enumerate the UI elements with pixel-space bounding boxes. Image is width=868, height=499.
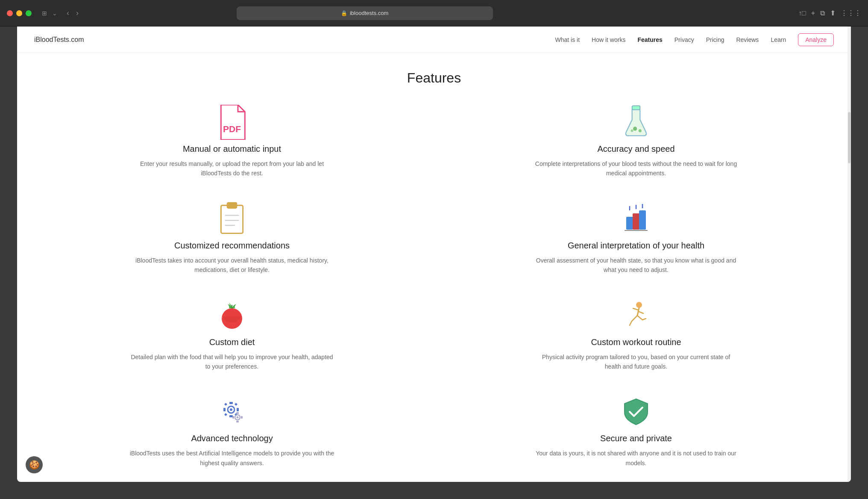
feature-customized-recommendations-desc: iBloodTests takes into account your over… <box>129 256 334 275</box>
svg-rect-35 <box>224 413 227 416</box>
svg-text:PDF: PDF <box>223 124 241 134</box>
feature-general-interpretation-title: General interpretation of your health <box>534 241 739 251</box>
svg-line-22 <box>638 311 643 313</box>
nav-how-it-works[interactable]: How it works <box>592 36 625 43</box>
feature-custom-diet: Custom diet Detailed plan with the food … <box>129 301 334 372</box>
feature-custom-workout-desc: Physical activity program tailored to yo… <box>534 352 739 372</box>
traffic-lights <box>7 10 32 16</box>
minimize-button[interactable] <box>16 10 22 16</box>
svg-point-19 <box>636 302 642 308</box>
svg-point-4 <box>631 130 633 132</box>
feature-general-interpretation-desc: Overall assessment of your health state,… <box>534 256 739 275</box>
main-content: Features PDF Manual or automatic input E… <box>17 53 851 482</box>
svg-line-25 <box>637 316 642 320</box>
nav-arrows: ‹ › <box>64 8 81 18</box>
grid-icon[interactable]: ⋮⋮⋮ <box>841 9 861 17</box>
feature-custom-workout-title: Custom workout routine <box>534 337 739 347</box>
nav-reviews[interactable]: Reviews <box>736 36 759 43</box>
lock-icon: 🔒 <box>341 10 347 16</box>
nav-learn[interactable]: Learn <box>771 36 786 43</box>
back-button[interactable]: ‹ <box>64 8 72 18</box>
shield-icon <box>621 397 651 427</box>
feature-general-interpretation: General interpretation of your health Ov… <box>534 204 739 275</box>
feature-manual-input-title: Manual or automatic input <box>129 144 334 154</box>
feature-accuracy-speed-desc: Complete interpretations of your blood t… <box>534 159 739 178</box>
pdf-icon: PDF <box>217 107 247 137</box>
chevron-down-icon[interactable]: ⌄ <box>50 8 59 18</box>
svg-rect-13 <box>626 217 633 230</box>
svg-point-2 <box>633 127 637 130</box>
svg-rect-29 <box>229 402 233 404</box>
site-logo: iBloodTests.com <box>34 36 84 44</box>
tab-switcher-icon[interactable]: ⊞ <box>40 8 49 18</box>
address-bar[interactable]: 🔒 ibloodtests.com <box>237 6 493 20</box>
svg-rect-32 <box>237 408 239 411</box>
feature-manual-input: PDF Manual or automatic input Enter your… <box>129 107 334 178</box>
window-controls: ⊞ ⌄ <box>40 8 59 18</box>
feature-customized-recommendations: Customized recommendations iBloodTests t… <box>129 204 334 275</box>
browser-window: iBloodTests.com What is it How it works … <box>17 27 851 482</box>
runner-icon <box>621 301 651 331</box>
flask-icon <box>621 107 651 137</box>
close-button[interactable] <box>7 10 13 16</box>
chart-icon <box>621 204 651 234</box>
svg-line-23 <box>632 316 637 321</box>
svg-rect-5 <box>221 205 243 233</box>
cookie-button[interactable]: 🍪 <box>26 456 43 473</box>
svg-line-21 <box>633 308 638 310</box>
new-tab-icon[interactable]: + <box>811 9 815 17</box>
nav-features[interactable]: Features <box>637 36 662 43</box>
svg-rect-33 <box>224 403 227 406</box>
feature-custom-diet-desc: Detailed plan with the food that will he… <box>129 352 334 372</box>
svg-rect-39 <box>236 412 239 414</box>
feature-advanced-technology-desc: iBloodTests uses the best Artificial Int… <box>129 449 334 468</box>
analyze-button[interactable]: Analyze <box>798 33 834 46</box>
feature-advanced-technology-title: Advanced technology <box>129 434 334 443</box>
mac-titlebar: ⊞ ⌄ ‹ › 🔒 ibloodtests.com ↑□ + ⧉ ⬆ ⋮⋮⋮ <box>0 0 868 27</box>
feature-secure-private-desc: Your data is yours, it is not shared wit… <box>534 449 739 468</box>
svg-point-28 <box>230 408 232 411</box>
svg-line-24 <box>630 321 632 325</box>
forward-button[interactable]: › <box>73 8 81 18</box>
features-grid: PDF Manual or automatic input Enter your… <box>51 107 817 468</box>
svg-rect-14 <box>633 213 639 230</box>
site-navbar: iBloodTests.com What is it How it works … <box>17 27 851 53</box>
share-icon[interactable]: ↑□ <box>798 9 806 17</box>
upload-icon[interactable]: ⬆ <box>830 9 836 17</box>
svg-rect-40 <box>236 421 239 422</box>
svg-rect-31 <box>223 408 226 411</box>
feature-accuracy-speed-title: Accuracy and speed <box>534 144 739 154</box>
gears-icon <box>217 397 247 427</box>
nav-pricing[interactable]: Pricing <box>706 36 724 43</box>
svg-rect-34 <box>235 403 238 406</box>
feature-customized-recommendations-title: Customized recommendations <box>129 241 334 251</box>
svg-rect-6 <box>227 202 237 208</box>
scrollbar-thumb[interactable] <box>848 112 850 163</box>
svg-rect-42 <box>241 416 243 419</box>
nav-what-is-it[interactable]: What is it <box>555 36 580 43</box>
feature-accuracy-speed: Accuracy and speed Complete interpretati… <box>534 107 739 178</box>
feature-secure-private-title: Secure and private <box>534 434 739 443</box>
feature-advanced-technology: Advanced technology iBloodTests uses the… <box>129 397 334 468</box>
site-nav-links: What is it How it works Features Privacy… <box>555 33 834 46</box>
feature-custom-workout: Custom workout routine Physical activity… <box>534 301 739 372</box>
svg-rect-30 <box>229 415 233 417</box>
svg-rect-15 <box>639 210 646 230</box>
cookie-icon: 🍪 <box>29 460 40 470</box>
svg-point-3 <box>639 129 642 132</box>
feature-secure-private: Secure and private Your data is yours, i… <box>534 397 739 468</box>
svg-rect-41 <box>232 416 234 419</box>
svg-rect-1 <box>632 106 640 110</box>
feature-manual-input-desc: Enter your results manually, or upload t… <box>129 159 334 178</box>
copy-icon[interactable]: ⧉ <box>820 9 825 17</box>
nav-privacy[interactable]: Privacy <box>674 36 694 43</box>
toolbar-right: ↑□ + ⧉ ⬆ ⋮⋮⋮ <box>798 9 861 17</box>
tomato-icon <box>217 301 247 331</box>
svg-point-38 <box>237 416 239 419</box>
svg-line-26 <box>642 319 646 320</box>
feature-custom-diet-title: Custom diet <box>129 337 334 347</box>
fullscreen-button[interactable] <box>26 10 32 16</box>
page-title: Features <box>51 70 817 86</box>
scrollbar[interactable] <box>847 27 851 482</box>
clipboard-icon <box>217 204 247 234</box>
